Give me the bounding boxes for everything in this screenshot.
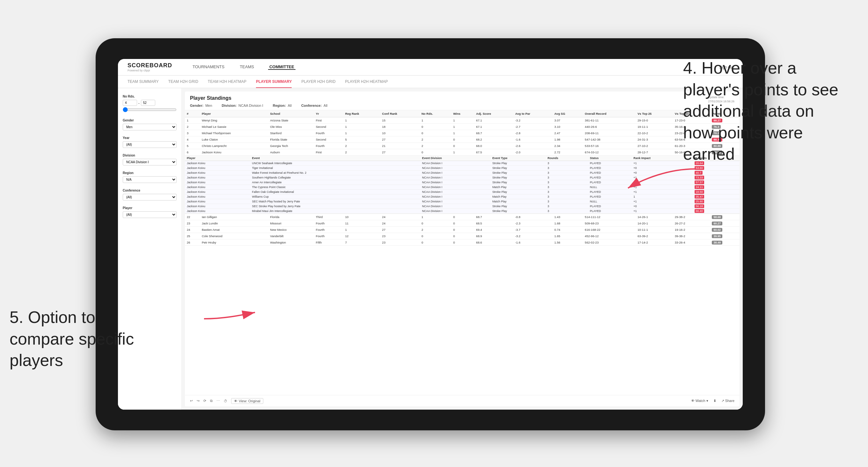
sub-nav: TEAM SUMMARY TEAM H2H GRID TEAM H2H HEAT… — [118, 75, 743, 88]
cell-wins: 0 — [452, 143, 474, 149]
cell-avg-to-par: -3.2 — [513, 117, 552, 124]
sidebar-no-rds-min[interactable] — [123, 100, 137, 106]
cell-player: Wenyi Ding — [200, 117, 268, 124]
view-original-button[interactable]: 👁 View: Original — [231, 398, 263, 404]
cell-avg-to-par: -2.3 — [513, 220, 552, 227]
sidebar-player-select[interactable]: (All) — [123, 211, 177, 218]
sub-nav-team-summary[interactable]: TEAM SUMMARY — [127, 76, 159, 88]
refresh-icon[interactable]: ⟳ — [204, 399, 206, 403]
sub-nav-team-h2h-grid[interactable]: TEAM H2H GRID — [168, 76, 198, 88]
cell-wins: 1 — [452, 149, 474, 156]
cell-yr: Fifth — [314, 240, 343, 246]
cell-points[interactable]: 39.95 — [710, 233, 740, 240]
cell-conf-rank: 27 — [380, 227, 420, 233]
cell-vs-top50: 26-27-2 — [673, 220, 710, 227]
download-icon[interactable]: ⬇ — [713, 399, 716, 403]
cell-overall: 381-61-11 — [583, 117, 636, 124]
sidebar-gender: Gender Men Women — [123, 119, 177, 130]
sidebar-no-rds-slider[interactable] — [123, 107, 177, 112]
table-container[interactable]: # Player School Yr Reg Rank Conf Rank No… — [185, 110, 740, 395]
sidebar-gender-select[interactable]: Men Women — [123, 124, 177, 130]
cell-points[interactable]: 38.49 — [710, 240, 740, 246]
cell-vs-top25: 19-11-1 — [636, 124, 673, 130]
cell-player: Michael Thorbjornsen — [200, 130, 268, 136]
cell-rank: 23 — [185, 220, 200, 227]
cell-school: Georgia Tech — [268, 143, 314, 149]
logo-subtitle: Powered by clippi — [127, 69, 172, 72]
sidebar-conference-label: Conference — [123, 189, 177, 192]
col-avg-sg: Avg SG — [552, 110, 583, 117]
cell-yr: Fourth — [314, 130, 343, 136]
cell-school: Washington — [268, 240, 314, 246]
cell-adj-score: 68.2 — [474, 136, 514, 143]
col-wins: Wins — [452, 110, 474, 117]
cell-yr: Third — [314, 214, 343, 220]
cell-adj-score: 68.5 — [474, 220, 514, 227]
nav-tournaments[interactable]: TOURNAMENTS — [191, 64, 226, 70]
standings-title: Player Standings — [190, 95, 328, 101]
cell-yr: First — [314, 117, 343, 124]
table-row: 23 Jack Lundin Missouri Fourth 11 24 0 0… — [185, 220, 740, 227]
cell-player: Christo Lamprecht — [200, 143, 268, 149]
cell-points[interactable]: 60.02 — [710, 227, 740, 233]
sub-nav-player-h2h-heatmap[interactable]: PLAYER H2H HEATMAP — [345, 76, 388, 88]
cell-conf-rank: 23 — [380, 240, 420, 246]
cell-rank: 2 — [185, 124, 200, 130]
cell-player: Bastien Amat — [200, 227, 268, 233]
cell-conf-rank: 18 — [380, 124, 420, 130]
table-row: 5 Christo Lamprecht Georgia Tech Fourth … — [185, 143, 740, 149]
tooltip-row: Player Event Event Division Event Type R… — [185, 156, 740, 214]
watch-button[interactable]: 👁 Watch ▾ — [691, 399, 708, 403]
copy-icon[interactable]: ⧉ — [210, 399, 213, 403]
cell-avg-sg: 1.98 — [552, 136, 583, 143]
col-conf-rank: Conf Rank — [380, 110, 420, 117]
more-icon[interactable]: ⋯ — [216, 399, 220, 403]
clock-icon[interactable]: ⏱ — [224, 399, 227, 403]
cell-points[interactable]: 58.68 — [710, 214, 740, 220]
filter-gender-label: Gender: — [190, 103, 204, 107]
nav-teams[interactable]: TEAMS — [239, 64, 255, 70]
cell-school: Vanderbilt — [268, 233, 314, 240]
cell-conf-rank: 24 — [380, 220, 420, 227]
cell-vs-top50: 39-38-2 — [673, 233, 710, 240]
cell-reg-rank: 11 — [343, 220, 380, 227]
redo-icon[interactable]: ↪ — [197, 399, 199, 403]
sidebar-region-select[interactable]: N/A — [123, 176, 177, 183]
sidebar-division: Division NCAA Division I — [123, 154, 177, 165]
cell-vs-top25: 29-15-0 — [636, 117, 673, 124]
cell-rank: 25 — [185, 233, 200, 240]
sidebar-no-rds-max[interactable] — [141, 100, 155, 106]
cell-wins: 0 — [452, 233, 474, 240]
cell-wins: 0 — [452, 220, 474, 227]
sidebar-year-select[interactable]: (All) — [123, 141, 177, 148]
cell-vs-top50: 19-16-2 — [673, 227, 710, 233]
sidebar-division-select[interactable]: NCAA Division I — [123, 159, 177, 165]
share-button[interactable]: ↗ Share — [721, 399, 735, 403]
cell-avg-to-par: -2.6 — [513, 143, 552, 149]
sub-nav-player-summary[interactable]: PLAYER SUMMARY — [256, 76, 292, 88]
col-player: Player — [200, 110, 268, 117]
cell-no-rds: 0 — [420, 124, 451, 130]
cell-conf-rank: 23 — [380, 233, 420, 240]
sidebar-conference-select[interactable]: (All) — [123, 194, 177, 200]
col-school: School — [268, 110, 314, 117]
cell-rank: 1 — [185, 117, 200, 124]
sidebar-no-rds: No Rds. - — [123, 95, 177, 113]
view-icon: 👁 — [234, 399, 238, 403]
nav-items: TOURNAMENTS TEAMS COMMITTEE — [191, 64, 706, 70]
undo-icon[interactable]: ↩ — [190, 399, 193, 403]
cell-adj-score: 68.7 — [474, 214, 514, 220]
nav-committee[interactable]: COMMITTEE — [268, 64, 296, 70]
sub-nav-player-h2h-grid[interactable]: PLAYER H2H GRID — [301, 76, 335, 88]
sidebar-conference: Conference (All) — [123, 189, 177, 200]
cell-reg-rank: 5 — [343, 136, 380, 143]
cell-vs-top25: 14-26-1 — [636, 214, 673, 220]
tablet-frame: SCOREBOARD Powered by clippi TOURNAMENTS… — [96, 38, 765, 430]
cell-wins: 0 — [452, 136, 474, 143]
cell-avg-sg: 3.10 — [552, 124, 583, 130]
sub-nav-team-h2h-heatmap[interactable]: TEAM H2H HEATMAP — [208, 76, 246, 88]
cell-points[interactable]: 60.27 — [710, 220, 740, 227]
cell-school: Ole Miss — [268, 124, 314, 130]
cell-reg-rank: 1 — [343, 130, 380, 136]
cell-avg-to-par: -1.6 — [513, 240, 552, 246]
